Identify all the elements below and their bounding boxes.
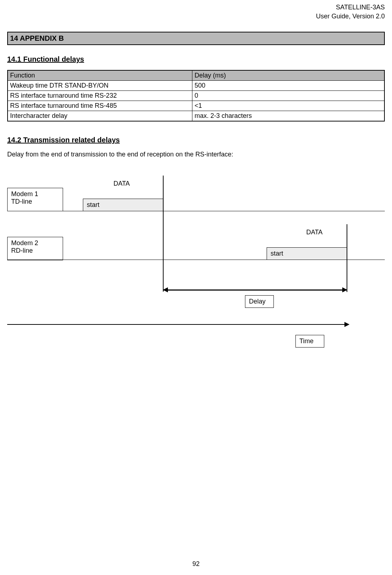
table-cell: Wakeup time DTR STAND-BY/ON xyxy=(8,81,192,91)
row1-axis-full xyxy=(7,211,385,211)
modem2-line1: Modem 2 xyxy=(11,239,59,247)
table-cell: 0 xyxy=(192,91,384,101)
functional-delays-table: Function Delay (ms) Wakeup time DTR STAN… xyxy=(7,70,385,121)
time-label-box: Time xyxy=(295,335,324,348)
timing-diagram: Modem 1 TD-line DATA start Modem 2 RD-li… xyxy=(7,180,385,382)
page-number: 92 xyxy=(0,560,392,568)
modem1-line2: TD-line xyxy=(11,198,59,205)
table-cell: Intercharacter delay xyxy=(8,111,192,121)
modem2-line2: RD-line xyxy=(11,247,59,255)
table-row: RS interface turnaround time RS-485 <1 xyxy=(8,101,384,111)
data-label-2: DATA xyxy=(306,229,322,236)
subsection-transmission-delays: 14.2 Transmission related delays xyxy=(7,136,385,144)
delay-arrow-line xyxy=(163,289,347,291)
table-row: RS interface turnaround time RS-232 0 xyxy=(8,91,384,101)
table-header-function: Function xyxy=(8,70,192,81)
table-cell: max. 2-3 characters xyxy=(192,111,384,121)
subsection-functional-delays: 14.1 Functional delays xyxy=(7,55,385,63)
time-axis-line xyxy=(7,324,346,325)
paragraph-delay-description: Delay from the end of transmission to th… xyxy=(7,151,385,158)
table-header-delay: Delay (ms) xyxy=(192,70,384,81)
data-label-1: DATA xyxy=(113,180,130,187)
table-cell: <1 xyxy=(192,101,384,111)
start-box-1: start xyxy=(83,199,164,211)
doc-subtitle: User Guide, Version 2.0 xyxy=(7,12,385,21)
vertical-rx-extend xyxy=(347,247,347,292)
vertical-end-rx xyxy=(347,224,347,247)
start-box-2: start xyxy=(267,247,347,260)
modem2-box: Modem 2 RD-line xyxy=(7,237,63,260)
delay-label-box: Delay xyxy=(245,295,274,308)
table-cell: 500 xyxy=(192,81,384,91)
doc-title: SATELLINE-3AS xyxy=(7,3,385,12)
doc-header: SATELLINE-3AS User Guide, Version 2.0 xyxy=(7,3,385,21)
vertical-end-tx xyxy=(163,176,164,199)
table-row: Wakeup time DTR STAND-BY/ON 500 xyxy=(8,81,384,91)
table-cell: RS interface turnaround time RS-485 xyxy=(8,101,192,111)
section-heading-appendix-b: 14 APPENDIX B xyxy=(7,32,385,45)
modem1-line1: Modem 1 xyxy=(11,190,59,198)
table-cell: RS interface turnaround time RS-232 xyxy=(8,91,192,101)
modem1-box: Modem 1 TD-line xyxy=(7,188,63,211)
table-row: Intercharacter delay max. 2-3 characters xyxy=(8,111,384,121)
row2-axis xyxy=(7,260,385,260)
delay-arrow-left-icon xyxy=(163,287,168,292)
table-header-row: Function Delay (ms) xyxy=(8,70,384,81)
vertical-tx-extend xyxy=(163,199,164,292)
time-arrow-right-icon xyxy=(344,322,349,327)
